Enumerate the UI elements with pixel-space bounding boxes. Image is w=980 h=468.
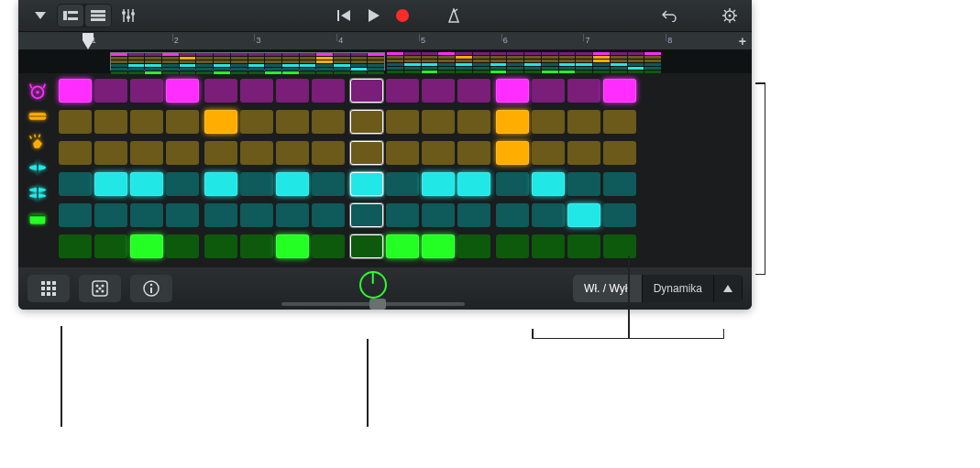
step-cell[interactable] bbox=[130, 110, 163, 134]
step-cell[interactable] bbox=[457, 203, 490, 227]
step-cell[interactable] bbox=[422, 110, 455, 134]
step-cell[interactable] bbox=[532, 79, 565, 103]
step-cell[interactable] bbox=[496, 172, 529, 196]
randomize-button[interactable] bbox=[79, 275, 121, 302]
tracks-view-button[interactable] bbox=[58, 5, 83, 27]
step-cell[interactable] bbox=[59, 234, 92, 258]
step-cell[interactable] bbox=[166, 141, 199, 165]
step-cell[interactable] bbox=[567, 110, 600, 134]
step-cell[interactable] bbox=[350, 141, 383, 165]
step-cell[interactable] bbox=[59, 172, 92, 196]
step-cell[interactable] bbox=[422, 234, 455, 258]
step-cell[interactable] bbox=[166, 234, 199, 258]
step-cell[interactable] bbox=[276, 110, 309, 134]
step-cell[interactable] bbox=[276, 203, 309, 227]
step-cell[interactable] bbox=[94, 203, 127, 227]
step-cell[interactable] bbox=[59, 141, 92, 165]
step-cell[interactable] bbox=[422, 172, 455, 196]
step-cell[interactable] bbox=[603, 110, 636, 134]
step-cell[interactable] bbox=[496, 203, 529, 227]
step-cell[interactable] bbox=[166, 203, 199, 227]
step-cell[interactable] bbox=[312, 234, 345, 258]
step-cell[interactable] bbox=[130, 172, 163, 196]
step-cell[interactable] bbox=[312, 172, 345, 196]
step-cell[interactable] bbox=[496, 110, 529, 134]
step-cell[interactable] bbox=[312, 141, 345, 165]
menu-button[interactable] bbox=[28, 5, 53, 27]
step-cell[interactable] bbox=[567, 172, 600, 196]
step-cell[interactable] bbox=[567, 141, 600, 165]
step-cell[interactable] bbox=[350, 79, 383, 103]
step-cell[interactable] bbox=[386, 110, 419, 134]
step-cell[interactable] bbox=[166, 79, 199, 103]
step-cell[interactable] bbox=[130, 203, 163, 227]
step-cell[interactable] bbox=[457, 110, 490, 134]
add-section-button[interactable]: + bbox=[739, 34, 746, 49]
info-button[interactable] bbox=[130, 275, 172, 302]
mode-expand-button[interactable] bbox=[714, 275, 743, 302]
step-cell[interactable] bbox=[276, 234, 309, 258]
step-cell[interactable] bbox=[532, 141, 565, 165]
step-cell[interactable] bbox=[350, 234, 383, 258]
step-cell[interactable] bbox=[350, 110, 383, 134]
step-cell[interactable] bbox=[457, 141, 490, 165]
step-cell[interactable] bbox=[94, 172, 127, 196]
step-cell[interactable] bbox=[59, 110, 92, 134]
step-cell[interactable] bbox=[240, 79, 273, 103]
step-cell[interactable] bbox=[204, 172, 237, 196]
step-cell[interactable] bbox=[386, 79, 419, 103]
perc-icon[interactable] bbox=[26, 207, 50, 231]
step-cell[interactable] bbox=[457, 172, 490, 196]
step-cell[interactable] bbox=[240, 203, 273, 227]
velocity-slider[interactable] bbox=[281, 302, 465, 306]
pattern-overview[interactable] bbox=[18, 49, 752, 73]
settings-button[interactable] bbox=[717, 5, 743, 27]
step-cell[interactable] bbox=[130, 141, 163, 165]
undo-button[interactable] bbox=[656, 5, 682, 27]
clap-icon[interactable] bbox=[26, 130, 50, 154]
mixer-button[interactable] bbox=[116, 5, 141, 27]
step-cell[interactable] bbox=[130, 234, 163, 258]
step-cell[interactable] bbox=[94, 141, 127, 165]
step-cell[interactable] bbox=[532, 172, 565, 196]
step-cell[interactable] bbox=[532, 203, 565, 227]
step-cell[interactable] bbox=[94, 234, 127, 258]
step-cell[interactable] bbox=[240, 234, 273, 258]
power-button[interactable] bbox=[359, 271, 387, 299]
snare-icon[interactable] bbox=[26, 104, 50, 128]
step-cell[interactable] bbox=[312, 79, 345, 103]
step-cell[interactable] bbox=[240, 172, 273, 196]
regions-view-button[interactable] bbox=[85, 5, 111, 27]
step-cell[interactable] bbox=[59, 203, 92, 227]
step-cell[interactable] bbox=[603, 141, 636, 165]
step-cell[interactable] bbox=[240, 110, 273, 134]
step-cell[interactable] bbox=[166, 172, 199, 196]
step-cell[interactable] bbox=[204, 203, 237, 227]
step-cell[interactable] bbox=[457, 234, 490, 258]
step-cell[interactable] bbox=[166, 110, 199, 134]
playhead-marker[interactable] bbox=[83, 33, 94, 49]
step-cell[interactable] bbox=[532, 110, 565, 134]
step-cell[interactable] bbox=[422, 203, 455, 227]
step-cell[interactable] bbox=[496, 234, 529, 258]
step-cell[interactable] bbox=[276, 141, 309, 165]
step-cell[interactable] bbox=[94, 79, 127, 103]
step-cell[interactable] bbox=[59, 79, 92, 103]
step-cell[interactable] bbox=[240, 141, 273, 165]
pads-view-button[interactable] bbox=[28, 275, 70, 302]
step-cell[interactable] bbox=[422, 79, 455, 103]
step-cell[interactable] bbox=[350, 172, 383, 196]
step-cell[interactable] bbox=[204, 141, 237, 165]
hihat-open-icon[interactable] bbox=[26, 181, 50, 205]
step-cell[interactable] bbox=[276, 172, 309, 196]
step-cell[interactable] bbox=[567, 79, 600, 103]
step-cell[interactable] bbox=[603, 234, 636, 258]
kick-icon[interactable] bbox=[26, 79, 50, 103]
step-cell[interactable] bbox=[94, 110, 127, 134]
step-cell[interactable] bbox=[386, 234, 419, 258]
step-cell[interactable] bbox=[204, 234, 237, 258]
mode-onoff-button[interactable]: Wł. / Wył. bbox=[573, 275, 643, 302]
step-cell[interactable] bbox=[603, 172, 636, 196]
step-cell[interactable] bbox=[603, 79, 636, 103]
step-cell[interactable] bbox=[386, 203, 419, 227]
